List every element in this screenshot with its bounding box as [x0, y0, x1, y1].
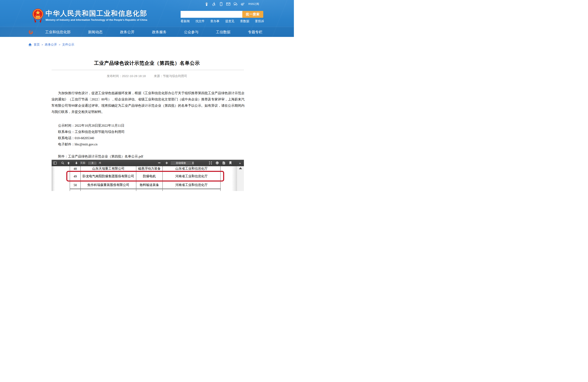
- row-no: 48: [70, 166, 81, 171]
- quick-link-complaint[interactable]: 要投诉: [255, 19, 264, 23]
- robot-assistant-icon[interactable]: [204, 2, 209, 6]
- scroll-up-icon[interactable]: [239, 167, 242, 169]
- nav-item-news[interactable]: 新闻动态: [88, 30, 103, 34]
- ministry-title: 中华人民共和国工业和信息化部: [45, 9, 147, 17]
- row-company: 焦作科瑞森重装股份有限公司: [81, 181, 136, 189]
- nav-item-miit[interactable]: 工业和信息化部: [45, 30, 71, 34]
- accessibility-icon[interactable]: [212, 2, 216, 6]
- nav-items: 工业和信息化部 新闻动态 政务公开 政务服务 公众参与 工信数据 专题专栏: [45, 27, 262, 37]
- zoom-mode-select[interactable]: 自动缩放: [170, 161, 194, 165]
- row-company: 山东天瑞重工有限公司: [81, 166, 136, 171]
- row-department: 河南省工业和信息化厅: [163, 181, 221, 189]
- breadcrumb-gov-open[interactable]: 政务公开: [45, 43, 57, 46]
- zoom-mode-value: 自动缩放: [170, 161, 191, 165]
- attachment-label: 附件：: [58, 155, 68, 158]
- sidebar-toggle-icon[interactable]: [53, 161, 57, 165]
- publish-time-value: 2022-10-28 18:18: [122, 74, 146, 78]
- page-total: /6: [99, 161, 101, 164]
- nav-item-data[interactable]: 工信数据: [216, 30, 231, 34]
- row-company: 卧龙电气南阳防爆集团股份有限公司: [81, 171, 136, 181]
- mobile-icon[interactable]: [219, 2, 223, 6]
- table-row: 50 焦作科瑞森重装股份有限公司 散料输送装备 河南省工业和信息化厅: [70, 181, 221, 189]
- ministry-subtitle-en: Ministry of Industry and Information Tec…: [45, 19, 147, 21]
- row-department: 山东省工业和信息化厅: [163, 166, 221, 171]
- quick-link-feedback[interactable]: 提意见: [225, 19, 234, 23]
- page-title: 工业产品绿色设计示范企业（第四批）名单公示: [0, 60, 294, 66]
- row-product: 散料输送装备: [136, 181, 163, 189]
- breadcrumb-separator: >: [59, 43, 61, 46]
- download-icon[interactable]: [222, 161, 226, 165]
- title-divider: [52, 70, 244, 70]
- notice-period-line: 公示时间：2022年10月28日至2022年11月11日: [51, 122, 245, 129]
- bookmark-icon[interactable]: [228, 161, 232, 165]
- find-icon[interactable]: [61, 161, 65, 165]
- page-label: 页面:: [80, 161, 86, 165]
- ministry-title-block: 中华人民共和国工业和信息化部 Ministry of Industry and …: [45, 9, 147, 21]
- attachment-pdf-link[interactable]: 工业产品绿色设计示范企业（第四批）名单公示.pdf: [68, 155, 143, 158]
- quick-link-files[interactable]: 找文件: [195, 19, 205, 23]
- pdf-viewer: 页面: /6 自动缩放: [52, 160, 244, 191]
- quick-link-data[interactable]: 查数据: [240, 19, 249, 23]
- pdf-table: 48 山东天瑞重工有限公司 磁悬浮动力装备 山东省工业和信息化厅 49 卧龙电气…: [70, 166, 221, 191]
- nav-item-gov-service[interactable]: 政务服务: [152, 30, 167, 34]
- row-no: 49: [70, 171, 81, 181]
- home-icon[interactable]: [28, 43, 32, 46]
- breadcrumb: 首页 > 政务公开 > 文件公示: [28, 43, 74, 46]
- table-row-partial: [70, 189, 221, 191]
- page-number-input[interactable]: [88, 161, 97, 165]
- rss-subscribe-link[interactable]: RSS订阅: [248, 2, 259, 6]
- page: 中华人民共和国工业和信息化部 Ministry of Industry and …: [0, 0, 294, 191]
- previous-page-icon[interactable]: [66, 161, 71, 165]
- breadcrumb-home[interactable]: 首页: [34, 43, 40, 46]
- source-label: 来源：: [154, 74, 163, 78]
- toolbar-more-tools-icon[interactable]: »: [238, 161, 242, 165]
- zoom-select-spinner-icon: [191, 161, 194, 165]
- zoom-out-icon[interactable]: [157, 161, 161, 165]
- table-row: 48 山东天瑞重工有限公司 磁悬浮动力装备 山东省工业和信息化厅: [70, 166, 221, 171]
- row-product: 磁悬浮动力装备: [136, 166, 163, 171]
- source-value: 节能与综合利用司: [163, 74, 187, 78]
- row-department: 河南省工业和信息化厅: [163, 171, 221, 181]
- header-top: 中华人民共和国工业和信息化部 Ministry of Industry and …: [0, 0, 294, 27]
- mail-icon[interactable]: [226, 2, 231, 6]
- top-icon-bar: RSS订阅: [204, 2, 259, 6]
- page-shadow-left: [52, 166, 55, 191]
- presentation-mode-icon[interactable]: [209, 161, 212, 165]
- wechat-icon[interactable]: [233, 2, 238, 6]
- quick-links: 看新闻 找文件 查办事 提意见 查数据 要投诉: [181, 19, 264, 23]
- weibo-icon[interactable]: [241, 2, 245, 6]
- breadcrumb-file-notice[interactable]: 文件公示: [62, 43, 74, 46]
- next-page-icon[interactable]: [74, 161, 78, 165]
- search-bar: 统一搜索: [181, 11, 263, 18]
- contact-info-block: 公示时间：2022年10月28日至2022年11月11日 联系单位：工业和信息化…: [51, 122, 245, 147]
- breadcrumb-separator: >: [42, 43, 43, 46]
- contact-email-line: 电子邮件：hbc@miit.gov.cn: [51, 141, 245, 147]
- row-no: 50: [70, 181, 81, 189]
- national-emblem-logo: [32, 8, 43, 24]
- miit-e-logo: [29, 30, 33, 34]
- print-icon[interactable]: [215, 161, 219, 165]
- quick-link-news[interactable]: 看新闻: [181, 19, 190, 23]
- publish-time-label: 发布时间：: [107, 74, 122, 78]
- nav-item-participation[interactable]: 公众参与: [184, 30, 199, 34]
- site-header: 中华人民共和国工业和信息化部 Ministry of Industry and …: [0, 0, 294, 37]
- attachment-line: 附件：工业产品绿色设计示范企业（第四批）名单公示.pdf: [51, 154, 245, 159]
- zoom-in-icon[interactable]: [165, 161, 169, 165]
- contact-phone-line: 联系电话：010-68205340: [51, 135, 245, 141]
- page-shadow-right: [232, 166, 237, 191]
- article-meta: 发布时间：2022-10-28 18:18来源：节能与综合利用司: [0, 74, 294, 78]
- quick-link-services[interactable]: 查办事: [210, 19, 220, 23]
- pdf-toolbar: 页面: /6 自动缩放: [52, 160, 244, 166]
- article-paragraph: 为加快推行绿色设计，促进工业绿色低碳循环发展，根据《工业和信息化部办公厅关于组织…: [51, 90, 245, 115]
- contact-unit-line: 联系单位：工业和信息化部节能与综合利用司: [51, 129, 245, 135]
- nav-item-topics[interactable]: 专题专栏: [248, 30, 262, 34]
- pdf-page-view: 48 山东天瑞重工有限公司 磁悬浮动力装备 山东省工业和信息化厅 49 卧龙电气…: [52, 166, 244, 191]
- table-row-highlighted: 49 卧龙电气南阳防爆集团股份有限公司 防爆电机 河南省工业和信息化厅: [70, 171, 221, 181]
- row-product: 防爆电机: [136, 171, 163, 181]
- pdf-scrollbar[interactable]: [237, 166, 244, 191]
- main-nav: 工业和信息化部 新闻动态 政务公开 政务服务 公众参与 工信数据 专题专栏: [0, 27, 294, 37]
- search-input[interactable]: [181, 11, 243, 18]
- nav-item-gov-open[interactable]: 政务公开: [120, 30, 134, 34]
- unified-search-button[interactable]: 统一搜索: [242, 11, 263, 18]
